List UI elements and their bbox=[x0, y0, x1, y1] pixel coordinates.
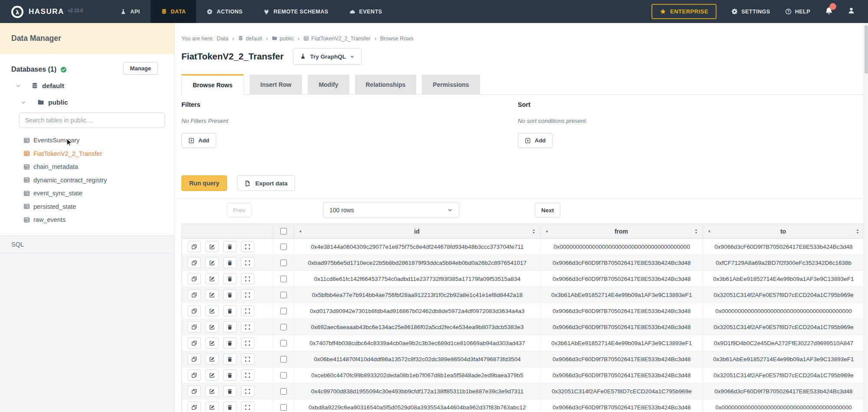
copy-row-button[interactable] bbox=[187, 386, 201, 397]
row-checkbox[interactable] bbox=[280, 244, 287, 250]
expand-row-button[interactable] bbox=[241, 321, 254, 333]
settings-button[interactable]: SETTINGS bbox=[731, 8, 770, 15]
export-data-button[interactable]: Export data bbox=[237, 175, 295, 191]
edit-row-button[interactable] bbox=[205, 321, 219, 333]
delete-row-button[interactable] bbox=[223, 241, 237, 252]
row-checkbox[interactable] bbox=[280, 340, 287, 346]
tab-relationships[interactable]: Relationships bbox=[355, 75, 417, 95]
delete-row-button[interactable] bbox=[223, 353, 237, 365]
expand-row-button[interactable] bbox=[241, 386, 254, 397]
help-button[interactable]: HELP bbox=[785, 8, 810, 15]
delete-row-button[interactable] bbox=[223, 321, 237, 333]
caret-left-icon[interactable] bbox=[707, 229, 711, 234]
row-checkbox[interactable] bbox=[280, 308, 287, 314]
edit-row-button[interactable] bbox=[205, 273, 219, 284]
edit-row-button[interactable] bbox=[205, 369, 219, 381]
nav-item-events[interactable]: EVENTS bbox=[339, 0, 393, 23]
caret-left-icon[interactable] bbox=[545, 229, 549, 234]
edit-row-button[interactable] bbox=[205, 305, 219, 316]
edit-row-button[interactable] bbox=[205, 289, 219, 300]
delete-row-button[interactable] bbox=[223, 305, 237, 316]
copy-row-button[interactable] bbox=[187, 273, 201, 284]
copy-row-button[interactable] bbox=[187, 289, 201, 300]
row-checkbox[interactable] bbox=[280, 260, 287, 266]
row-checkbox[interactable] bbox=[280, 356, 287, 363]
tab-permissions[interactable]: Permissions bbox=[422, 75, 480, 95]
try-graphql-button[interactable]: Try GraphQL bbox=[293, 48, 362, 65]
user-menu-button[interactable] bbox=[848, 7, 855, 16]
delete-row-button[interactable] bbox=[223, 337, 237, 349]
chevron-down-icon[interactable] bbox=[21, 100, 26, 105]
breadcrumb-item-fiattokenv2-2-transfer[interactable]: FiatTokenV2_2_Transfer bbox=[303, 36, 370, 42]
delete-row-button[interactable] bbox=[223, 386, 237, 397]
expand-row-button[interactable] bbox=[241, 353, 254, 365]
breadcrumb-item-data[interactable]: Data bbox=[217, 36, 228, 42]
notifications-button[interactable] bbox=[825, 7, 833, 16]
edit-row-button[interactable] bbox=[205, 241, 219, 252]
tab-modify[interactable]: Modify bbox=[308, 75, 349, 95]
sidebar-table-raw-events[interactable]: raw_events bbox=[23, 213, 174, 227]
edit-row-button[interactable] bbox=[205, 353, 219, 365]
sort-icon[interactable] bbox=[531, 229, 536, 234]
sort-icon[interactable] bbox=[855, 229, 860, 234]
next-page-button[interactable]: Next bbox=[535, 203, 560, 218]
copy-row-button[interactable] bbox=[187, 369, 201, 381]
sidebar-table-eventssummary[interactable]: EventsSummary bbox=[23, 134, 174, 147]
add-sort-button[interactable]: Add bbox=[518, 133, 552, 148]
expand-row-button[interactable] bbox=[241, 402, 254, 412]
delete-row-button[interactable] bbox=[223, 257, 237, 268]
copy-row-button[interactable] bbox=[187, 257, 201, 268]
tree-node-public[interactable]: public bbox=[0, 94, 174, 111]
copy-row-button[interactable] bbox=[187, 321, 201, 333]
edit-row-button[interactable] bbox=[205, 257, 219, 268]
row-checkbox[interactable] bbox=[280, 372, 287, 379]
row-checkbox[interactable] bbox=[280, 404, 287, 411]
chevron-down-icon[interactable] bbox=[16, 83, 21, 89]
row-checkbox[interactable] bbox=[280, 388, 287, 395]
sidebar-table-chain-metadata[interactable]: chain_metadata bbox=[23, 160, 174, 174]
run-query-button[interactable]: Run query bbox=[181, 175, 227, 191]
breadcrumb-item-public[interactable]: public bbox=[272, 36, 294, 42]
edit-row-button[interactable] bbox=[205, 337, 219, 349]
sidebar-table-persisted-state[interactable]: persisted_state bbox=[23, 200, 174, 214]
sidebar-table-fiattokenv2-2-transfer[interactable]: FiatTokenV2_2_Transfer bbox=[23, 147, 174, 161]
edit-row-button[interactable] bbox=[205, 402, 219, 412]
expand-row-button[interactable] bbox=[241, 289, 254, 300]
tab-insert-row[interactable]: Insert Row bbox=[250, 75, 302, 95]
add-filter-button[interactable]: Add bbox=[181, 133, 216, 148]
copy-row-button[interactable] bbox=[187, 402, 201, 412]
expand-row-button[interactable] bbox=[241, 273, 254, 284]
nav-item-api[interactable]: API bbox=[110, 0, 150, 23]
delete-row-button[interactable] bbox=[223, 369, 237, 381]
copy-row-button[interactable] bbox=[187, 337, 201, 349]
sidebar-table-event-sync-state[interactable]: event_sync_state bbox=[23, 187, 174, 200]
tab-browse-rows[interactable]: Browse Rows bbox=[181, 74, 244, 95]
breadcrumb-item-default[interactable]: default bbox=[238, 36, 262, 42]
row-checkbox[interactable] bbox=[280, 324, 287, 330]
sidebar-item-sql[interactable]: SQL bbox=[0, 236, 174, 254]
delete-row-button[interactable] bbox=[223, 402, 237, 412]
caret-left-icon[interactable] bbox=[298, 229, 302, 234]
enterprise-button[interactable]: ENTERPRISE bbox=[651, 4, 717, 19]
copy-row-button[interactable] bbox=[187, 241, 201, 252]
search-tables-input[interactable] bbox=[19, 112, 165, 128]
expand-row-button[interactable] bbox=[241, 305, 254, 316]
manage-button[interactable]: Manage bbox=[123, 62, 158, 75]
select-all-checkbox[interactable] bbox=[280, 228, 287, 234]
expand-row-button[interactable] bbox=[241, 337, 254, 349]
nav-item-data[interactable]: DATA bbox=[151, 0, 197, 23]
sidebar-table-dynamic-contract-registry[interactable]: dynamic_contract_registry bbox=[23, 174, 174, 187]
edit-row-button[interactable] bbox=[205, 386, 219, 397]
nav-item-remote-schemas[interactable]: REMOTE SCHEMAS bbox=[253, 0, 339, 23]
hasura-brand[interactable]: λ HASURA v2.23.0 bbox=[0, 5, 94, 19]
rows-per-page-select[interactable]: 100 rows bbox=[323, 202, 459, 218]
tree-node-default[interactable]: default bbox=[0, 78, 174, 94]
delete-row-button[interactable] bbox=[223, 273, 237, 284]
breadcrumb-item-browse-rows[interactable]: Browse Rows bbox=[380, 36, 413, 42]
expand-row-button[interactable] bbox=[241, 241, 254, 252]
expand-row-button[interactable] bbox=[241, 369, 254, 381]
copy-row-button[interactable] bbox=[187, 353, 201, 365]
vertical-scrollbar[interactable] bbox=[864, 23, 868, 412]
scrollbar-thumb[interactable] bbox=[865, 25, 868, 74]
copy-row-button[interactable] bbox=[187, 305, 201, 316]
